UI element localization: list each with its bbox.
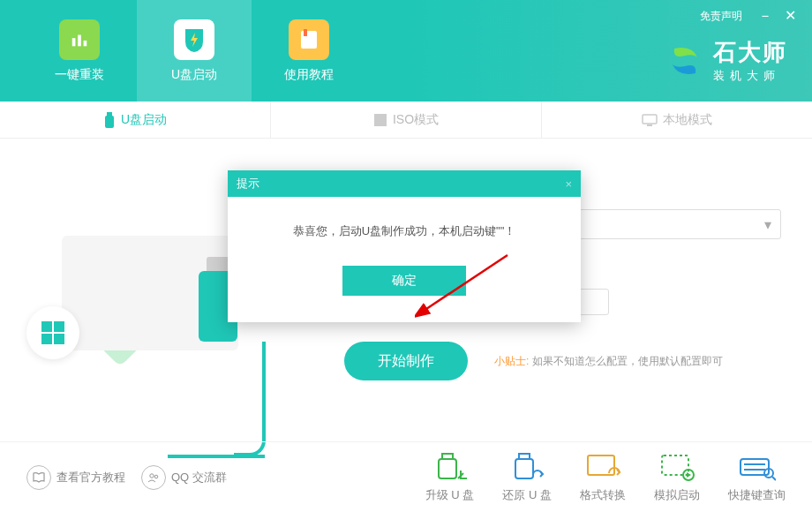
svg-rect-4: [304, 29, 307, 36]
minimize-button[interactable]: －: [758, 7, 772, 26]
footer: 查看官方教程 QQ 交流群 升级 U 盘 还原 U 盘 格式转换 模拟启动 快捷…: [0, 441, 812, 512]
nav-tab-usb-boot[interactable]: U盘启动: [137, 0, 252, 102]
footer-actions: 升级 U 盘 还原 U 盘 格式转换 模拟启动 快捷键查询: [425, 452, 786, 503]
action-label: 还原 U 盘: [502, 487, 552, 503]
action-restore-usb[interactable]: 还原 U 盘: [502, 452, 552, 503]
svg-rect-2: [84, 40, 87, 45]
chevron-down-icon: ▾: [764, 216, 771, 233]
close-button[interactable]: ✕: [785, 7, 796, 26]
nav-label: 一键重装: [55, 67, 104, 83]
usb-restore-icon: [508, 452, 545, 482]
footer-link-label: 查看官方教程: [56, 470, 125, 486]
ok-label: 确定: [392, 273, 417, 289]
iso-icon: [373, 113, 387, 127]
sub-tab-label: ISO模式: [393, 112, 439, 128]
brand-subtitle: 装机大师: [713, 68, 787, 84]
format-convert-icon: [584, 452, 621, 482]
book-open-icon: [26, 465, 51, 490]
svg-rect-13: [439, 459, 456, 478]
monitor-icon: [642, 114, 658, 126]
window-controls: － ✕: [758, 7, 796, 26]
svg-rect-0: [72, 38, 76, 46]
tip-label: 小贴士:: [494, 355, 529, 367]
disclaimer-link[interactable]: 免责声明: [700, 9, 742, 24]
sub-tabs: U盘启动 ISO模式 本地模式: [0, 102, 812, 139]
shield-lightning-icon: [174, 19, 214, 60]
nav-label: 使用教程: [284, 67, 334, 83]
action-upgrade-usb[interactable]: 升级 U 盘: [425, 452, 475, 503]
header: 一键重装 U盘启动 使用教程 免责声明 － ✕ 石大师 装机大师: [0, 0, 812, 102]
action-format-convert[interactable]: 格式转换: [580, 452, 626, 503]
cable-graphic: [234, 342, 266, 456]
svg-rect-8: [643, 115, 657, 124]
svg-point-10: [150, 473, 154, 477]
svg-point-11: [154, 475, 158, 478]
action-simulate-boot[interactable]: 模拟启动: [654, 452, 700, 503]
tip-text: 小贴士: 如果不知道怎么配置，使用默认配置即可: [494, 354, 723, 369]
brand-title: 石大师: [713, 37, 787, 68]
svg-rect-15: [515, 459, 533, 478]
tip-content: 如果不知道怎么配置，使用默认配置即可: [532, 355, 723, 367]
dialog-message: 恭喜您，启动U盘制作成功，本机启动键""！: [245, 223, 563, 239]
sub-tab-iso[interactable]: ISO模式: [271, 102, 542, 138]
hotkey-query-icon: [739, 452, 776, 482]
svg-rect-1: [78, 34, 81, 46]
brand-logo-icon: [665, 41, 704, 80]
device-dropdown[interactable]: ▾: [578, 209, 781, 239]
sub-tab-local[interactable]: 本地模式: [542, 102, 812, 138]
brand: 石大师 装机大师: [665, 37, 787, 84]
footer-link-label: QQ 交流群: [171, 470, 227, 486]
windows-flag-icon: [41, 321, 64, 344]
dialog-title: 提示: [237, 176, 259, 192]
simulate-boot-icon: [658, 452, 695, 482]
svg-rect-16: [588, 456, 614, 475]
svg-rect-9: [647, 124, 652, 126]
dialog-close-button[interactable]: ×: [565, 177, 572, 191]
action-label: 格式转换: [580, 487, 626, 503]
svg-rect-7: [374, 114, 387, 126]
sub-tab-label: 本地模式: [663, 112, 712, 128]
nav-tab-reinstall[interactable]: 一键重装: [22, 0, 137, 102]
footer-left: 查看官方教程 QQ 交流群: [26, 465, 227, 490]
svg-rect-5: [107, 112, 112, 116]
action-label: 升级 U 盘: [425, 487, 475, 503]
svg-rect-6: [105, 116, 114, 128]
dialog-header: 提示 ×: [228, 170, 581, 197]
nav-tabs: 一键重装 U盘启动 使用教程: [0, 0, 366, 102]
action-hotkey-query[interactable]: 快捷键查询: [728, 452, 786, 503]
people-icon: [141, 465, 166, 490]
success-dialog: 提示 × 恭喜您，启动U盘制作成功，本机启动键""！ 确定: [228, 170, 581, 322]
usb-icon: [103, 112, 116, 128]
svg-rect-3: [301, 31, 317, 49]
start-create-button[interactable]: 开始制作: [344, 342, 468, 380]
official-tutorial-link[interactable]: 查看官方教程: [26, 465, 125, 490]
nav-label: U盘启动: [171, 67, 217, 83]
windows-logo-circle: [26, 306, 79, 359]
dialog-body: 恭喜您，启动U盘制作成功，本机启动键""！ 确定: [228, 197, 581, 322]
action-label: 模拟启动: [654, 487, 700, 503]
dialog-ok-button[interactable]: 确定: [342, 266, 466, 296]
header-right: 免责声明 － ✕: [700, 7, 796, 26]
action-label: 快捷键查询: [728, 487, 786, 503]
bar-chart-icon: [59, 19, 100, 60]
start-label: 开始制作: [378, 352, 434, 371]
sub-tab-label: U盘启动: [121, 112, 167, 128]
sub-tab-usb[interactable]: U盘启动: [0, 102, 271, 138]
usb-upgrade-icon: [432, 452, 469, 482]
svg-line-23: [772, 477, 776, 480]
nav-tab-tutorial[interactable]: 使用教程: [252, 0, 366, 102]
book-icon: [289, 19, 329, 60]
qq-group-link[interactable]: QQ 交流群: [141, 465, 227, 490]
